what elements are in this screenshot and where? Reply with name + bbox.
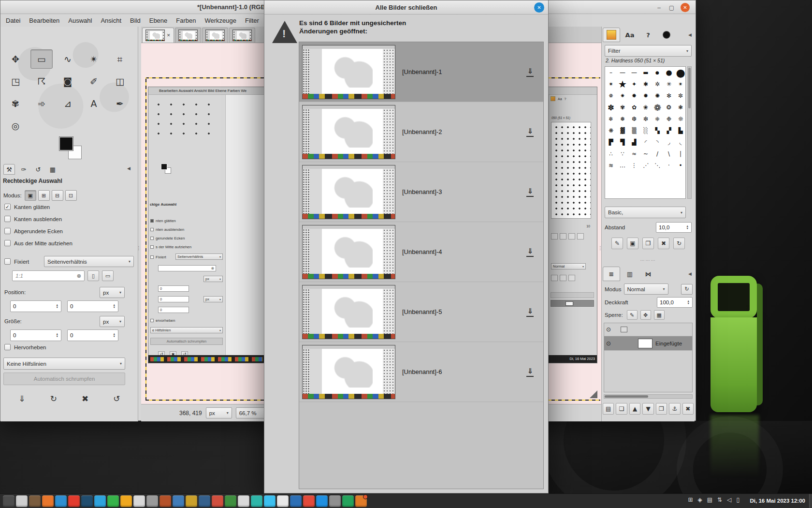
delete-tool-preset-button[interactable]: ✖: [73, 390, 97, 407]
taskbar-app-icon[interactable]: [251, 495, 262, 507]
menu-datei[interactable]: Datei: [1, 15, 25, 26]
duplicate-brush-button[interactable]: ❐: [642, 238, 654, 249]
spinner-arrows[interactable]: ▲▼: [687, 300, 690, 305]
raise-layer-button[interactable]: ▲: [629, 403, 640, 415]
warp-transform-tool[interactable]: ☈: [30, 72, 53, 91]
fixed-checkbox[interactable]: [4, 258, 11, 265]
brush-item[interactable]: /: [652, 148, 663, 160]
brush-item[interactable]: ·: [663, 160, 675, 171]
brush-item[interactable]: ❊: [675, 113, 686, 125]
brush-item[interactable]: ▛: [605, 136, 617, 148]
brush-item[interactable]: ✽: [605, 102, 617, 113]
menu-auswahl[interactable]: Auswahl: [64, 15, 96, 26]
menu-filter[interactable]: Filter: [241, 15, 263, 26]
crop-tool[interactable]: ⌗: [109, 49, 131, 69]
size-height-input[interactable]: 0 ▲▼: [67, 329, 118, 341]
brush-item[interactable]: ❀: [640, 102, 652, 113]
position-x-input[interactable]: 0 ▲▼: [10, 300, 61, 312]
fonts-tab[interactable]: Aa: [621, 28, 638, 42]
brush-item[interactable]: ▟: [628, 136, 640, 148]
save-image-icon[interactable]: ⇓: [526, 187, 534, 197]
brush-item[interactable]: ✺: [652, 90, 663, 102]
layers-tab[interactable]: ≡: [603, 267, 620, 281]
eraser-tool[interactable]: ◫: [109, 72, 131, 91]
network-tray-icon[interactable]: ⇅: [717, 496, 722, 503]
visibility-icon[interactable]: ⊙: [606, 326, 611, 333]
selection-mode-1-button[interactable]: ⊞: [38, 190, 50, 201]
brush-item[interactable]: ❈: [652, 113, 663, 125]
layer-list-scrollbar[interactable]: [604, 394, 693, 399]
brush-item[interactable]: ≈: [628, 148, 640, 160]
taskbar-app-icon[interactable]: [94, 495, 106, 507]
brush-item[interactable]: ▓: [617, 125, 628, 136]
lock-alpha-toggle[interactable]: ▦: [654, 310, 665, 320]
taskbar-app-icon[interactable]: [107, 495, 119, 507]
unsaved-image-row[interactable]: [Unbenannt]-5⇓: [299, 282, 543, 342]
brush-item[interactable]: ❂: [663, 102, 675, 113]
taskbar-app-icon[interactable]: [316, 495, 328, 507]
brush-item[interactable]: –: [605, 67, 617, 78]
save-image-icon[interactable]: ⇓: [526, 67, 534, 77]
position-unit-dropdown[interactable]: px ▾: [100, 287, 125, 298]
layer-row[interactable]: ⊙: [604, 323, 692, 336]
taskbar-app-icon[interactable]: [133, 495, 145, 507]
taskbar-app-icon[interactable]: [277, 495, 289, 507]
brush-item[interactable]: ❁: [652, 102, 663, 113]
size-width-input[interactable]: 0 ▲▼: [10, 329, 61, 341]
spinner-arrows[interactable]: ▲▼: [56, 304, 58, 309]
layer-row-selected[interactable]: ⊙ Eingefügte: [604, 336, 692, 351]
brush-item[interactable]: ★: [617, 78, 628, 90]
image-tab[interactable]: ✕: [142, 28, 174, 43]
brush-item[interactable]: ✦: [628, 78, 640, 90]
images-tab[interactable]: ▦: [47, 164, 58, 175]
save-image-icon[interactable]: ⇓: [526, 307, 534, 317]
unsaved-image-row[interactable]: [Unbenannt]-3⇓: [299, 162, 543, 222]
keyboard-layout-tray-icon[interactable]: ⊞: [688, 496, 693, 503]
foreground-color-swatch[interactable]: [59, 137, 73, 150]
spinner-arrows[interactable]: ▲▼: [56, 333, 58, 338]
portrait-button[interactable]: ▯: [87, 270, 99, 281]
brush-item[interactable]: ❄: [605, 113, 617, 125]
taskbar-app-icon[interactable]: [212, 495, 223, 507]
taskbar-app-icon[interactable]: [81, 495, 93, 507]
brush-item[interactable]: ░: [640, 125, 652, 136]
collapse-dock-icon[interactable]: ◀: [127, 166, 130, 171]
brush-item[interactable]: ∵: [617, 148, 628, 160]
brush-item[interactable]: ●: [663, 67, 675, 78]
bucket-fill-tool[interactable]: ◙: [57, 72, 79, 91]
taskbar-app-icon[interactable]: [355, 495, 367, 507]
brush-item[interactable]: ▒: [628, 125, 640, 136]
brush-item[interactable]: ▜: [617, 136, 628, 148]
brush-item[interactable]: ⋮: [628, 160, 640, 171]
position-y-input[interactable]: 0 ▲▼: [67, 300, 118, 312]
undo-history-tab[interactable]: ↺: [32, 164, 44, 175]
brush-item[interactable]: ▬: [640, 67, 652, 78]
brush-item[interactable]: ❇: [640, 113, 652, 125]
brush-item[interactable]: ▞: [663, 125, 675, 136]
ratio-input[interactable]: 1:1 ⊗: [12, 270, 85, 281]
brush-group-dropdown[interactable]: Basic, ▾: [605, 207, 686, 218]
rectangle-select-tool[interactable]: ▭: [30, 49, 53, 69]
lower-layer-button[interactable]: ▼: [642, 403, 653, 415]
brush-item[interactable]: ~: [640, 148, 652, 160]
brush-item[interactable]: ∴: [605, 148, 617, 160]
panel-handle-icon[interactable]: ⋮: [136, 245, 141, 251]
taskbar-app-icon[interactable]: [199, 495, 210, 507]
help-tab[interactable]: ?: [639, 28, 657, 42]
gradients-tab[interactable]: [603, 28, 620, 42]
menu-bild[interactable]: Bild: [126, 15, 145, 26]
menu-werkzeuge[interactable]: Werkzeuge: [201, 15, 241, 26]
display-tray-icon[interactable]: ▤: [707, 496, 712, 503]
selection-mode-0-button[interactable]: ▣: [25, 190, 36, 201]
brush-item[interactable]: ✶: [605, 78, 617, 90]
taskbar-app-icon[interactable]: [3, 495, 14, 507]
maximize-button[interactable]: ▢: [667, 3, 676, 12]
brush-item[interactable]: ⋱: [652, 160, 663, 171]
brush-item[interactable]: ✲: [652, 78, 663, 90]
landscape-button[interactable]: ▭: [102, 270, 114, 281]
spinner-arrows[interactable]: ▲▼: [686, 225, 689, 230]
brush-item[interactable]: ◝: [652, 136, 663, 148]
lock-pixels-toggle[interactable]: ✎: [627, 310, 638, 320]
move-tool[interactable]: ✥: [4, 49, 27, 69]
save-image-icon[interactable]: ⇓: [526, 247, 534, 257]
